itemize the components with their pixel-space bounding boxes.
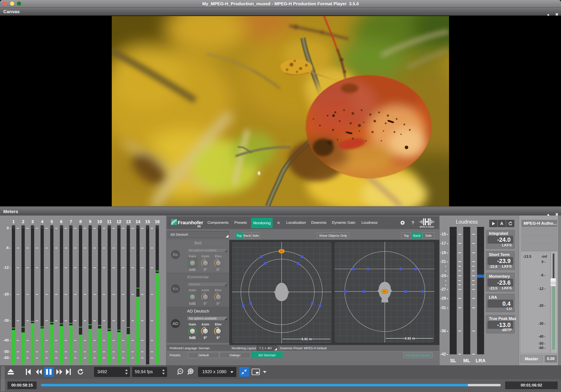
- svg-text:3.92 m: 3.92 m: [405, 336, 415, 340]
- svg-text:MPEG-H AUDIO: MPEG-H AUDIO: [420, 226, 434, 228]
- svg-text:3.92 m: 3.92 m: [302, 337, 312, 341]
- svg-text:5/1: 5/1: [383, 290, 386, 293]
- svg-text:5/1: 5/1: [280, 250, 283, 253]
